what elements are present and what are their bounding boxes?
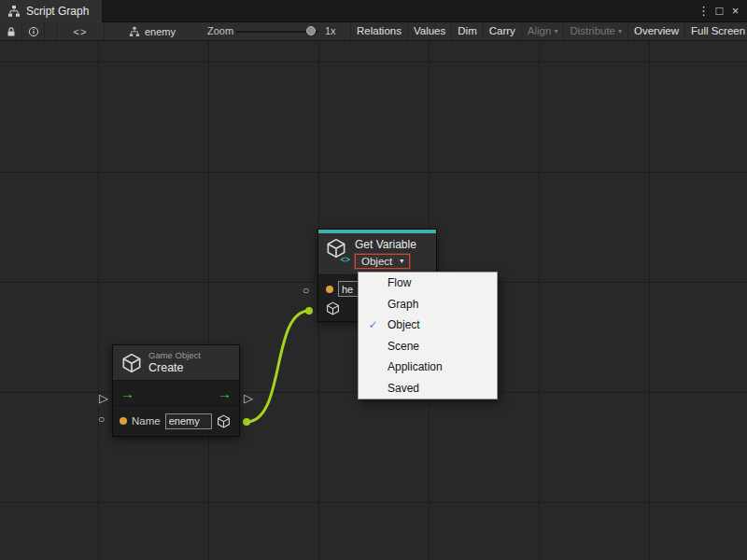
maximize-icon[interactable]: □ [712,0,727,22]
wire-end-dot[interactable] [305,307,313,315]
node-header[interactable]: Game Object Create [113,345,239,381]
chevron-down-icon: ▾ [554,28,557,35]
more-menu-icon[interactable]: ⋮ [696,0,712,22]
variable-icon: <> [326,238,348,262]
menu-item-label: Application [388,360,443,373]
code-icon: <> [340,255,350,264]
menu-item-label: Graph [388,298,418,311]
menu-item-label: Saved [388,382,419,395]
name-input[interactable] [165,413,212,429]
node-game-object-create[interactable]: Game Object Create → → Name [112,344,240,437]
variable-kind-menu: Flow Graph ✓ Object Scene Application Sa… [358,272,498,399]
flow-in-arrow-icon: → [120,386,134,400]
cube-input-icon[interactable] [326,301,340,315]
graph-canvas[interactable]: ▷ ○ ▷ ○ Game Object Create → → Name [0,41,747,560]
menu-item-saved[interactable]: Saved [359,378,497,399]
node-title: Get Variable [355,238,416,251]
menu-item-label: Scene [388,340,419,353]
cube-icon [121,353,142,373]
zoom-label: Zoom [207,22,233,40]
name-row: Name [113,405,239,436]
zoom-slider-handle[interactable] [306,26,316,35]
title-bar: Script Graph ⋮ □ × [0,0,747,22]
align-button[interactable]: Align ▾ [521,22,564,40]
menu-item-label: Object [388,318,420,331]
graph-name: enemy [145,26,176,37]
fullscreen-button[interactable]: Full Screen [684,22,747,40]
node-title: Create [148,361,201,374]
chevron-down-icon: ▾ [400,258,403,265]
close-icon[interactable]: × [727,0,743,22]
edit-script-button[interactable]: <> [56,22,105,40]
chevron-down-icon: ▾ [618,28,622,35]
flow-out-arrow-icon: → [218,386,232,400]
value-input-port[interactable]: ○ [98,413,105,425]
overview-button[interactable]: Overview [627,22,684,40]
value-input-port[interactable]: ○ [303,285,309,296]
menu-item-application[interactable]: Application [359,357,497,378]
dim-button[interactable]: Dim [451,22,482,40]
lock-button[interactable] [0,22,22,40]
value-port-dot-icon[interactable] [120,417,127,425]
toolbar-buttons: Relations Values Dim Carry Align ▾ Distr… [350,22,747,40]
tab-title: Script Graph [26,5,89,18]
lock-icon [6,26,17,37]
align-label: Align [528,22,552,40]
node-header-text: Game Object Create [148,351,201,374]
variable-kind-value: Object [361,256,392,267]
code-icon: <> [74,26,88,37]
menu-item-label: Flow [388,276,411,289]
flow-input-port[interactable]: ▷ [99,392,108,404]
graph-asset-icon [129,26,140,37]
values-button[interactable]: Values [407,22,451,40]
tab-script-graph[interactable]: Script Graph [0,0,102,22]
node-category: Game Object [148,351,201,361]
flow-output-port[interactable]: ▷ [244,392,253,404]
check-icon: ✓ [359,318,388,331]
relations-button[interactable]: Relations [350,22,407,40]
info-icon [28,26,39,37]
menu-item-scene[interactable]: Scene [359,336,497,357]
window-controls: ⋮ □ × [696,0,743,22]
node-header-text: Get Variable Object ▾ [355,238,416,269]
menu-item-object[interactable]: ✓ Object [359,315,497,336]
distribute-label: Distribute [570,22,615,40]
cube-output-icon[interactable] [217,414,231,428]
connection-wire[interactable] [247,311,309,422]
menu-item-flow[interactable]: Flow [359,273,497,294]
menu-item-graph[interactable]: Graph [359,294,497,315]
distribute-button[interactable]: Distribute ▾ [563,22,627,40]
wire-start-dot[interactable] [243,418,250,426]
script-graph-icon [7,5,21,18]
value-port-dot-icon[interactable] [326,286,333,293]
graph-toolbar: <> enemy Zoom 1x Relations Values Dim Ca… [0,22,747,41]
info-button[interactable] [22,22,45,40]
flow-row: → → [113,381,239,405]
name-label: Name [132,415,161,427]
variable-kind-dropdown[interactable]: Object ▾ [355,254,410,269]
breadcrumb[interactable]: enemy [129,22,176,40]
zoom-value: 1x [325,22,336,40]
carry-button[interactable]: Carry [483,22,521,40]
node-header[interactable]: <> Get Variable Object ▾ [318,233,436,275]
